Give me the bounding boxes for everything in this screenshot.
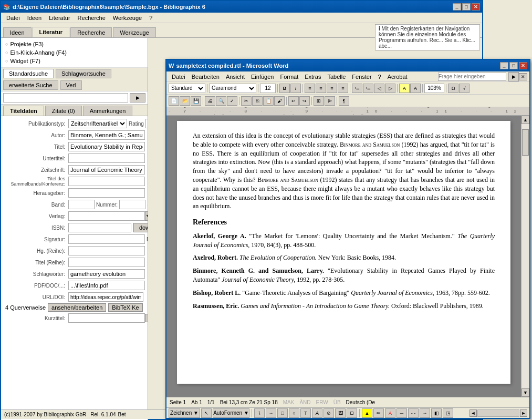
save-button[interactable]: 💾 bbox=[191, 96, 201, 106]
scroll-up-button[interactable]: ▲ bbox=[521, 116, 529, 124]
menu-literatur[interactable]: Literatur bbox=[46, 14, 73, 22]
scroll-down-button[interactable]: ▼ bbox=[521, 388, 529, 397]
indent-more-button[interactable]: ▷ bbox=[385, 84, 395, 93]
zoom-input[interactable] bbox=[424, 84, 444, 93]
rating-input[interactable] bbox=[145, 119, 148, 128]
align-right-button[interactable]: ≡ bbox=[327, 84, 337, 93]
sammelband-input[interactable] bbox=[68, 177, 145, 186]
font-color2-button[interactable]: A bbox=[385, 408, 395, 418]
diagram-button[interactable]: ⊙ bbox=[324, 408, 334, 418]
shadow-button[interactable]: ◧ bbox=[431, 408, 442, 418]
copy-button[interactable]: ⎘ bbox=[252, 96, 263, 106]
draw-toolbar-toggle[interactable]: Zeichnen ▼ bbox=[169, 408, 200, 418]
word-menu-format[interactable]: Format bbox=[277, 73, 301, 81]
verlag-input[interactable] bbox=[68, 211, 145, 221]
titel-input[interactable] bbox=[68, 142, 145, 151]
schlagwoerter-input[interactable] bbox=[68, 269, 145, 279]
image-button[interactable]: 🗌 bbox=[347, 408, 357, 418]
url-input[interactable] bbox=[68, 292, 143, 302]
hscroll-track[interactable] bbox=[477, 409, 519, 417]
untertitel-input[interactable] bbox=[68, 153, 145, 163]
menu-datei[interactable]: Datei bbox=[3, 14, 23, 22]
word-menu-datei[interactable]: Datei bbox=[169, 73, 189, 81]
titel-reihe-input[interactable] bbox=[68, 258, 145, 267]
dash-style-button[interactable]: - - bbox=[408, 408, 419, 418]
word-menu-bearbeiten[interactable]: Bearbeiten bbox=[189, 73, 223, 81]
word-help-search-button[interactable]: ▶ bbox=[508, 72, 519, 81]
zeitschrift-input[interactable] bbox=[68, 165, 145, 175]
table-button[interactable]: ⊞ bbox=[314, 96, 324, 106]
columns-button[interactable]: ⫸ bbox=[325, 96, 335, 106]
word-help-search[interactable] bbox=[438, 73, 506, 81]
align-justify-button[interactable]: ≡ bbox=[338, 84, 348, 93]
tree-item-projekte[interactable]: Projekte (F3) bbox=[5, 40, 143, 48]
format-painter-button[interactable]: 🖌 bbox=[274, 96, 285, 106]
verlag-dropdown-button[interactable]: ▼ bbox=[145, 211, 148, 221]
close-button[interactable]: ✕ bbox=[472, 3, 480, 11]
line-color-button[interactable]: ✏ bbox=[373, 408, 384, 418]
undo-button[interactable]: ↩ bbox=[288, 96, 299, 106]
line-button[interactable]: \ bbox=[254, 408, 265, 418]
band-input[interactable] bbox=[68, 200, 95, 209]
search-tab-erweitert[interactable]: erweiterte Suche bbox=[3, 80, 58, 90]
word-menu-tabelle[interactable]: Tabelle bbox=[324, 73, 349, 81]
print-button[interactable]: 🖨 bbox=[205, 96, 215, 106]
menu-recherche[interactable]: Recherche bbox=[75, 14, 109, 22]
italic-button[interactable]: I bbox=[290, 84, 301, 93]
download-button[interactable]: download bbox=[133, 223, 148, 232]
line-style-button[interactable]: ─ bbox=[397, 408, 407, 418]
kurztitel-input[interactable] bbox=[68, 313, 145, 323]
arrow-button[interactable]: → bbox=[266, 408, 276, 418]
word-scrollbar[interactable]: ▲ ▼ bbox=[521, 116, 529, 397]
nummer-input[interactable] bbox=[119, 200, 145, 209]
clipart-button[interactable]: 🖼 bbox=[335, 408, 346, 418]
open-button[interactable]: 📂 bbox=[180, 96, 190, 106]
font-color-button[interactable]: A bbox=[410, 84, 421, 93]
show-hide-button[interactable]: ¶ bbox=[339, 96, 349, 106]
print-preview-button[interactable]: 🔍 bbox=[216, 96, 226, 106]
subtab-zitate[interactable]: Zitate (0) bbox=[45, 106, 82, 116]
word-menu-ansicht[interactable]: Ansicht bbox=[223, 73, 248, 81]
word-page-content[interactable]: An extension of this idea is the concept… bbox=[177, 121, 510, 384]
minimize-button[interactable]: _ bbox=[453, 3, 461, 11]
word-menu-acrobat[interactable]: Acrobat bbox=[384, 73, 411, 81]
pdf-input[interactable] bbox=[68, 281, 145, 290]
word-menu-help[interactable]: ? bbox=[375, 73, 384, 81]
wordart-button[interactable]: A bbox=[312, 408, 322, 418]
tab-ideen[interactable]: Ideen bbox=[3, 27, 32, 37]
style-select[interactable]: Standard bbox=[169, 84, 205, 93]
paste-button[interactable]: 📋 bbox=[263, 96, 274, 106]
tab-recherche[interactable]: Recherche bbox=[70, 27, 112, 37]
ansehen-button[interactable]: ansehen/bearbeiten bbox=[48, 303, 106, 312]
3d-button[interactable]: ◳ bbox=[443, 408, 453, 418]
restore-button[interactable]: □ bbox=[462, 3, 471, 11]
word-menu-extras[interactable]: Extras bbox=[301, 73, 324, 81]
subtab-titeldaten[interactable]: Titeldaten bbox=[3, 106, 44, 116]
bold-button[interactable]: B bbox=[279, 84, 290, 93]
highlight-button[interactable]: A bbox=[399, 84, 410, 93]
redo-button[interactable]: ↪ bbox=[299, 96, 310, 106]
list-number-button[interactable]: ≔ bbox=[363, 84, 373, 93]
publikationstyp-select[interactable]: Zeitschriftenartikel bbox=[68, 119, 127, 128]
tree-item-einklick[interactable]: Ein-Klick-Anhang (F4) bbox=[5, 48, 143, 57]
indent-less-button[interactable]: ◁ bbox=[374, 84, 384, 93]
search-tab-schlagwort[interactable]: Schlagwortsuche bbox=[56, 69, 111, 78]
signatur-input[interactable] bbox=[68, 234, 145, 244]
new-button[interactable]: 📄 bbox=[169, 96, 179, 106]
oval-button[interactable]: ○ bbox=[289, 408, 299, 418]
isbn-input[interactable] bbox=[68, 223, 131, 232]
cut-button[interactable]: ✂ bbox=[241, 96, 252, 106]
word-restore-button[interactable]: □ bbox=[509, 62, 518, 69]
tree-item-widget[interactable]: Widget (F7) bbox=[5, 57, 143, 65]
tab-literatur[interactable]: Literatur bbox=[33, 27, 70, 37]
hg-reihe-input[interactable] bbox=[68, 246, 145, 255]
menu-help[interactable]: ? bbox=[146, 14, 155, 22]
rect-button[interactable]: □ bbox=[277, 408, 288, 418]
omega-button[interactable]: Ω bbox=[448, 84, 458, 93]
autor-input[interactable] bbox=[68, 130, 145, 140]
menu-werkzeuge[interactable]: Werkzeuge bbox=[110, 14, 145, 22]
autoformen-button[interactable]: AutoFormen ▼ bbox=[213, 408, 249, 418]
textbox-button[interactable]: T bbox=[300, 408, 311, 418]
tab-werkzeuge[interactable]: Werkzeuge bbox=[113, 27, 155, 37]
word-minimize-button[interactable]: _ bbox=[500, 62, 508, 69]
